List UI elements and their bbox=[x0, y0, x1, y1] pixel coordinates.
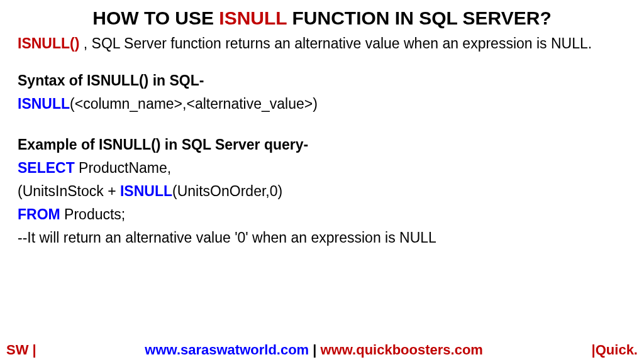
syntax-fn: ISNULL bbox=[18, 96, 70, 112]
example-line3: FROM Products; bbox=[18, 205, 626, 224]
example-line1-rest: ProductName, bbox=[75, 160, 171, 176]
syntax-line: ISNULL(<column_name>,<alternative_value>… bbox=[18, 94, 626, 114]
slide-body: ISNULL() , SQL Server function returns a… bbox=[18, 34, 626, 248]
isnull-keyword: ISNULL bbox=[120, 183, 172, 199]
intro-keyword: ISNULL() bbox=[18, 35, 79, 52]
example-heading: Example of ISNULL() in SQL Server query- bbox=[18, 135, 626, 155]
title-pre: HOW TO USE bbox=[92, 8, 219, 28]
footer-sep: | bbox=[309, 342, 320, 358]
syntax-heading: Syntax of ISNULL() in SQL- bbox=[18, 71, 626, 90]
footer-right: |Quick. bbox=[592, 342, 638, 358]
example-line2: (UnitsInStock + ISNULL(UnitsOnOrder,0) bbox=[18, 182, 626, 201]
footer-url1: www.saraswatworld.com bbox=[145, 342, 309, 358]
footer-center: www.saraswatworld.com | www.quickbooster… bbox=[145, 342, 483, 358]
example-line2-pre: (UnitsInStock + bbox=[18, 183, 120, 199]
from-keyword: FROM bbox=[18, 206, 60, 222]
footer-url2: www.quickboosters.com bbox=[321, 342, 483, 358]
example-line2-post: (UnitsOnOrder,0) bbox=[172, 183, 282, 199]
example-comment: --It will return an alternative value '0… bbox=[18, 228, 626, 248]
syntax-args: (<column_name>,<alternative_value>) bbox=[70, 96, 318, 112]
intro-text: , SQL Server function returns an alterna… bbox=[79, 35, 592, 52]
title-post: FUNCTION IN SQL SERVER? bbox=[287, 8, 552, 28]
intro-paragraph: ISNULL() , SQL Server function returns a… bbox=[18, 34, 626, 53]
example-line3-rest: Products; bbox=[60, 206, 126, 222]
footer: SW | www.saraswatworld.com | www.quickbo… bbox=[0, 342, 644, 358]
slide-title: HOW TO USE ISNULL FUNCTION IN SQL SERVER… bbox=[18, 8, 626, 29]
title-keyword: ISNULL bbox=[219, 8, 287, 28]
example-line1: SELECT ProductName, bbox=[18, 158, 626, 178]
footer-left: SW | bbox=[6, 342, 36, 358]
select-keyword: SELECT bbox=[18, 160, 75, 176]
